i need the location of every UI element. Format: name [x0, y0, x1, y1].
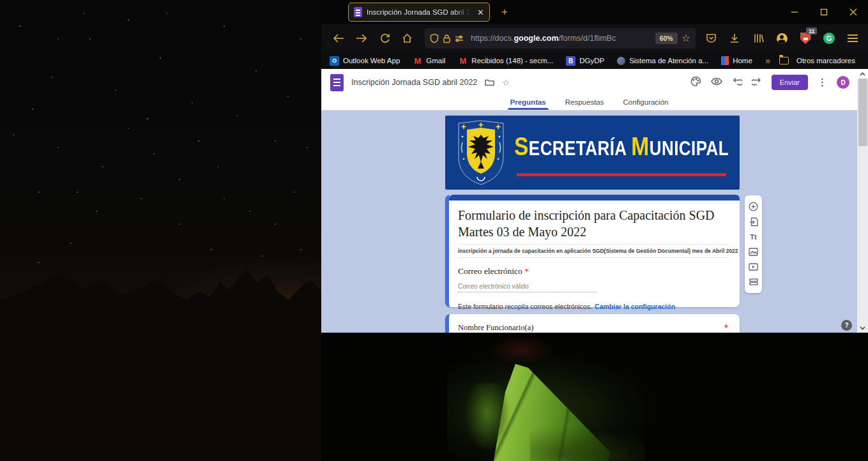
redo-button[interactable] — [752, 77, 762, 88]
tab-preguntas[interactable]: Preguntas — [510, 96, 546, 110]
star-form-button[interactable]: ☆ — [502, 78, 510, 87]
close-icon — [849, 8, 857, 16]
bookmark-label: Recibidos (148) - secm... — [471, 57, 553, 64]
banner-title: SECRETARÍA MUNICIPAL — [514, 132, 729, 161]
home-button[interactable] — [397, 29, 416, 48]
preview-button[interactable] — [711, 77, 722, 88]
form-title-line1[interactable]: Formulario de inscripción para Capacitac… — [458, 207, 728, 223]
downloads-button[interactable] — [728, 32, 741, 45]
back-button[interactable] — [329, 29, 348, 48]
gmail-icon: M — [458, 56, 468, 66]
account-icon — [777, 33, 788, 44]
bookmark-label: DGyDP — [579, 57, 604, 64]
bookmark-dgydp[interactable]: B DGyDP — [566, 56, 604, 66]
reload-button[interactable] — [375, 29, 394, 48]
bookmark-recibidos[interactable]: M Recibidos (148) - secm... — [458, 56, 553, 66]
scroll-down-button[interactable] — [857, 323, 868, 333]
bookmark-home[interactable]: Home — [721, 56, 752, 65]
question-card[interactable]: Nombre Funcionario(a) * — [445, 314, 740, 333]
chevron-up-icon — [860, 72, 865, 76]
lock-icon — [443, 34, 451, 43]
user-avatar[interactable]: D — [837, 76, 849, 89]
add-question-button[interactable] — [749, 202, 758, 211]
collect-emails-notice: Este formulario recopila correos electró… — [458, 303, 728, 310]
pocket-icon — [706, 33, 717, 43]
wallpaper-night-sky — [0, 0, 321, 461]
tab-bar: Inscripción Jornada SGD abril 202 ✕ + — [321, 0, 868, 24]
undo-button[interactable] — [732, 77, 742, 88]
home-bookmark-icon — [721, 56, 729, 65]
toolbar-icons: 11 G — [704, 32, 859, 45]
video-icon — [749, 263, 758, 271]
banner-initial-s: S — [514, 132, 529, 160]
more-options-button[interactable]: ⋮ — [818, 77, 827, 88]
library-icon — [753, 33, 764, 43]
forms-side-toolbar: Tt — [745, 195, 762, 293]
bush — [465, 383, 510, 450]
tab-respuestas[interactable]: Respuestas — [565, 96, 604, 110]
url-path: /forms/d/1flimBc — [559, 34, 616, 43]
add-image-button[interactable] — [749, 247, 758, 257]
url-scheme: https:// — [471, 34, 495, 43]
section-icon — [749, 278, 758, 285]
help-button[interactable]: ? — [841, 320, 852, 331]
add-section-button[interactable] — [749, 277, 758, 287]
library-button[interactable] — [752, 32, 765, 45]
other-bookmarks-label: Otros marcadores — [796, 57, 855, 64]
extension-badge: 11 — [806, 27, 817, 34]
maximize-button[interactable] — [809, 0, 839, 24]
ublock-extension-button[interactable]: 11 — [799, 32, 812, 45]
add-video-button[interactable] — [749, 262, 758, 271]
tab-close-icon[interactable]: ✕ — [477, 8, 484, 17]
question-label[interactable]: Nombre Funcionario(a) — [458, 323, 533, 333]
other-bookmarks-button[interactable]: Otros marcadores — [779, 57, 855, 64]
form-document-title[interactable]: Inscripción Jornada SGD abril 2022 — [351, 78, 477, 87]
change-settings-link[interactable]: Cambiar la configuración — [595, 303, 675, 310]
page-scrollbar[interactable] — [857, 69, 868, 333]
grammarly-icon: G — [823, 33, 835, 44]
folder-icon — [485, 79, 494, 86]
minimize-button[interactable] — [780, 0, 809, 24]
forms-logo-icon[interactable] — [330, 74, 344, 91]
scrollbar-thumb[interactable] — [858, 79, 867, 146]
bookmark-star-icon[interactable]: ☆ — [681, 33, 690, 43]
zoom-level-badge[interactable]: 60% — [655, 33, 678, 44]
tab-configuracion[interactable]: Configuración — [623, 96, 669, 110]
bookmark-label: Home — [733, 57, 752, 64]
close-button[interactable] — [839, 0, 868, 24]
add-title-button[interactable]: Tt — [749, 232, 758, 241]
url-subdomain: docs. — [495, 34, 514, 43]
eye-icon — [711, 77, 722, 86]
grammarly-extension-button[interactable]: G — [823, 32, 835, 45]
email-input[interactable]: Correo electrónico válido — [458, 283, 597, 292]
form-title-line2[interactable]: Martes 03 de Mayo 2022 — [458, 223, 728, 240]
forward-button[interactable] — [352, 29, 371, 48]
bookmark-outlook[interactable]: O Outlook Web App — [330, 56, 400, 66]
collect-notice-text: Este formulario recopila correos electró… — [458, 303, 592, 310]
folder-icon — [779, 57, 789, 64]
send-button[interactable]: Enviar — [772, 75, 808, 90]
url-bar[interactable]: https://docs.google.com/forms/d/1flimBc … — [425, 28, 696, 49]
move-folder-button[interactable] — [485, 79, 494, 86]
menu-button[interactable] — [846, 32, 859, 45]
new-tab-button[interactable]: + — [498, 5, 512, 19]
firefox-window: Inscripción Jornada SGD abril 202 ✕ + — [321, 0, 868, 333]
forms-header: Inscripción Jornada SGD abril 2022 ☆ — [321, 69, 857, 96]
forms-favicon — [354, 7, 362, 17]
stars — [19, 26, 20, 27]
bookmark-sistema[interactable]: Sistema de Atención a... — [617, 57, 708, 65]
form-title-card[interactable]: Formulario de inscripción para Capacitac… — [445, 195, 740, 307]
bookmarks-overflow-button[interactable]: » — [765, 56, 769, 66]
browser-tab[interactable]: Inscripción Jornada SGD abril 202 ✕ — [348, 3, 490, 22]
redo-icon — [752, 77, 762, 86]
scroll-up-button[interactable] — [857, 69, 868, 79]
bookmark-label: Sistema de Atención a... — [629, 57, 708, 64]
bookmark-gmail[interactable]: M Gmail — [413, 56, 445, 66]
account-button[interactable] — [775, 32, 788, 45]
bookmarks-bar: O Outlook Web App M Gmail M Recibidos (1… — [321, 52, 868, 69]
import-questions-button[interactable] — [749, 217, 758, 227]
pocket-button[interactable] — [704, 32, 717, 45]
form-description[interactable]: inscripción a jornada de capacitación en… — [458, 245, 728, 258]
url-text: https://docs.google.com/forms/d/1flimBc — [471, 34, 651, 43]
customize-theme-button[interactable] — [690, 76, 701, 89]
